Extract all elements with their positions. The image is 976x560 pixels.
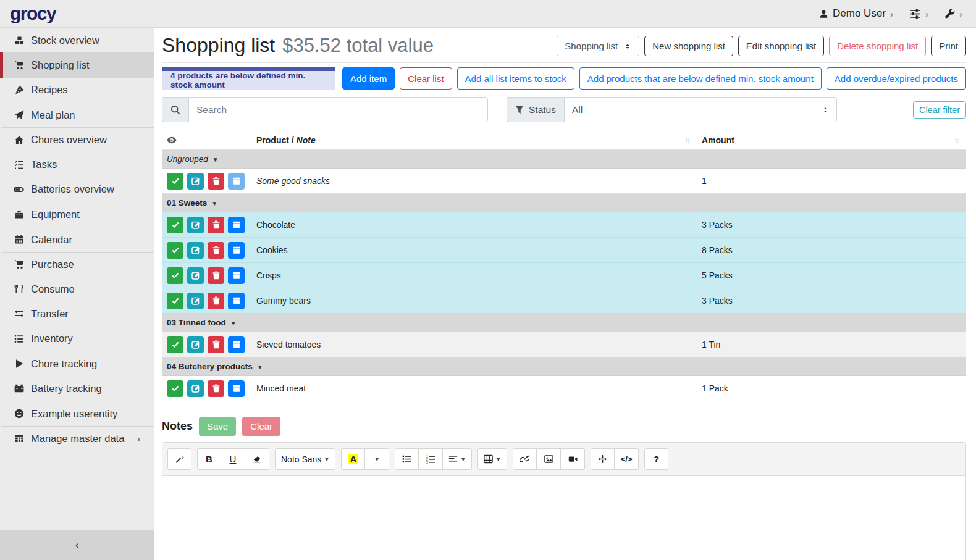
sidebar-item-meal-plan[interactable]: Meal plan (0, 102, 154, 127)
magic-wand-button[interactable] (167, 448, 191, 470)
delete-item-button[interactable] (208, 293, 224, 309)
editor-content[interactable] (162, 476, 965, 560)
new-shopping-list-button[interactable]: New shopping list (644, 36, 733, 56)
delete-item-button[interactable] (208, 217, 224, 233)
product-group-row[interactable]: 03 Tinned food▼ (162, 314, 966, 332)
notes-clear-button[interactable]: Clear (242, 417, 280, 436)
notes-save-button[interactable]: Save (199, 417, 236, 436)
sidebar-item-tasks[interactable]: Tasks (0, 152, 154, 177)
admin-menu[interactable]: › (944, 9, 962, 19)
user-menu[interactable]: Demo User › (819, 7, 893, 20)
delete-item-button[interactable] (208, 380, 224, 397)
plane-icon (12, 110, 27, 120)
sidebar-item-equipment[interactable]: Equipment (0, 202, 154, 227)
font-name-button[interactable]: Noto Sans▼ (275, 448, 335, 470)
status-select[interactable]: All (564, 97, 837, 122)
add-products-that-are-below-defined-min--button[interactable]: Add products that are below defined min.… (579, 67, 822, 90)
product-group-row[interactable]: 01 Sweets▼ (162, 194, 966, 212)
delete-item-button[interactable] (208, 242, 224, 259)
sidebar-collapse-button[interactable]: ‹ (0, 530, 154, 560)
search-input[interactable] (188, 97, 488, 122)
font-color-button[interactable]: A (341, 448, 365, 470)
codeview-button[interactable]: </> (615, 448, 639, 470)
shopping-list-row: Some good snacks1 (162, 169, 966, 194)
visibility-column-header[interactable] (162, 130, 251, 150)
underline-button[interactable]: U (221, 448, 245, 470)
delete-shopping-list-button[interactable]: Delete shopping list (829, 36, 926, 56)
mark-done-button[interactable] (167, 217, 183, 233)
sidebar-item-manage-master-data[interactable]: Manage master data› (0, 426, 154, 451)
eraser-button[interactable] (245, 448, 269, 470)
sidebar-item-consume[interactable]: Consume (0, 277, 154, 301)
amount-column-header[interactable]: Amount ↑↓ (697, 130, 966, 150)
mark-done-button[interactable] (167, 242, 183, 259)
video-icon (568, 454, 578, 464)
print-button[interactable]: Print (931, 36, 966, 56)
video-button[interactable] (561, 448, 585, 470)
mark-done-button[interactable] (167, 336, 183, 353)
font-color-caret-button[interactable]: ▼ (365, 448, 389, 470)
product-group-row[interactable]: Ungrouped▼ (162, 150, 966, 169)
sidebar-item-chore-tracking[interactable]: Chore tracking (0, 351, 154, 376)
bold-button[interactable]: B (197, 448, 221, 470)
ordered-list-button[interactable]: 123 (419, 448, 443, 470)
sidebar-item-inventory[interactable]: Inventory (0, 327, 154, 351)
add-to-stock-button[interactable] (228, 293, 245, 309)
edit-item-button[interactable] (187, 242, 204, 259)
add-to-stock-button[interactable] (228, 380, 245, 397)
sidebar-item-recipes[interactable]: Recipes (0, 78, 154, 102)
add-to-stock-button[interactable] (228, 242, 245, 259)
fullscreen-button[interactable] (591, 448, 615, 470)
edit-item-button[interactable] (187, 217, 204, 233)
delete-item-button[interactable] (208, 173, 224, 190)
sidebar-item-label: Tasks (31, 159, 57, 170)
mark-done-button[interactable] (167, 380, 183, 397)
add-all-list-items-to-stock-button[interactable]: Add all list items to stock (457, 67, 574, 90)
sidebar-item-transfer[interactable]: Transfer (0, 301, 154, 326)
sidebar-item-purchase[interactable]: Purchase (0, 252, 154, 277)
help-button[interactable]: ? (644, 448, 668, 470)
edit-item-button[interactable] (187, 173, 204, 190)
add-to-stock-button[interactable] (228, 267, 245, 284)
product-group-row[interactable]: 04 Butchery products▼ (162, 357, 966, 376)
clear-filter-button[interactable]: Clear filter (913, 101, 966, 119)
status-label-text: Status (529, 104, 556, 115)
link-button[interactable] (513, 448, 537, 470)
edit-item-button[interactable] (187, 267, 204, 284)
settings-menu[interactable]: › (909, 8, 928, 20)
add-overdue-expired-products-button[interactable]: Add overdue/expired products (827, 67, 966, 90)
sidebar-item-label: Chore tracking (31, 358, 97, 370)
sidebar-item-calendar[interactable]: Calendar (0, 227, 154, 251)
sidebar-item-shopping-list[interactable]: Shopping list (0, 52, 154, 77)
sidebar-item-stock-overview[interactable]: Stock overview (0, 28, 154, 52)
table-button[interactable]: ▼ (477, 448, 507, 470)
edit-item-button[interactable] (187, 336, 204, 353)
paragraph-align-button[interactable]: ▼ (443, 448, 472, 470)
shopping-list-select[interactable]: Shopping list (557, 36, 639, 56)
sidebar-item-example-userentity[interactable]: Example userentity (0, 401, 154, 425)
add-to-stock-button[interactable] (228, 173, 245, 190)
mark-done-button[interactable] (167, 267, 183, 284)
delete-item-button[interactable] (208, 336, 224, 353)
sidebar-item-batteries-overview[interactable]: Batteries overview (0, 177, 154, 202)
picture-button[interactable] (537, 448, 561, 470)
edit-shopping-list-button[interactable]: Edit shopping list (738, 36, 824, 56)
delete-item-button[interactable] (208, 267, 224, 284)
mark-done-button[interactable] (167, 173, 183, 190)
sort-icon[interactable]: ↑↓ (684, 136, 692, 144)
add-item-button[interactable]: Add item (342, 67, 395, 90)
unordered-list-button[interactable] (395, 448, 419, 470)
battery-icon (12, 185, 27, 194)
mark-done-button[interactable] (167, 293, 183, 309)
product-column-header[interactable]: Product / Note ↑↓ (251, 130, 697, 150)
add-to-stock-button[interactable] (228, 217, 245, 233)
sidebar-item-battery-tracking[interactable]: Battery tracking (0, 376, 154, 401)
add-to-stock-button[interactable] (228, 336, 245, 353)
edit-item-button[interactable] (187, 293, 204, 309)
edit-icon (191, 384, 200, 393)
shopping-list-row: Sieved tomatoes1 Tin (162, 332, 966, 357)
edit-item-button[interactable] (187, 380, 204, 397)
clear-list-button[interactable]: Clear list (400, 67, 452, 90)
sort-icon[interactable]: ↑↓ (954, 136, 961, 144)
sidebar-item-chores-overview[interactable]: Chores overview (0, 127, 154, 152)
